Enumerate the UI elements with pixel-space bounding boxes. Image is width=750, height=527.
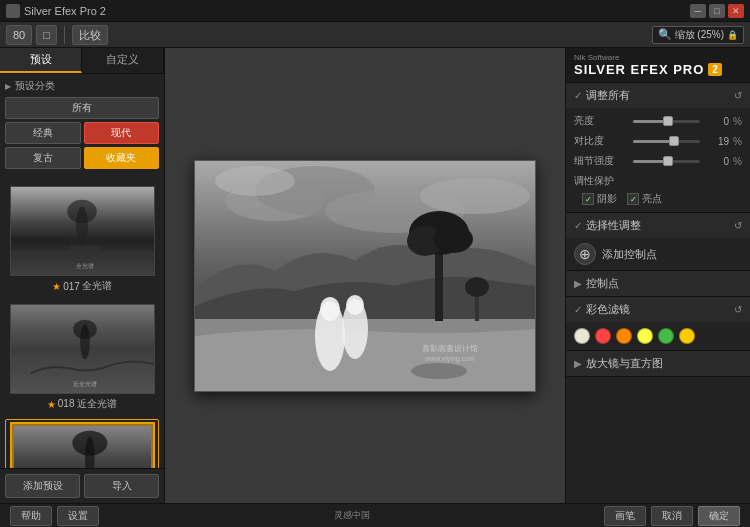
- category-modern[interactable]: 现代: [84, 122, 160, 144]
- nik-title: SILVER EFEX PRO: [574, 62, 704, 77]
- zoom-80-button[interactable]: 80: [6, 25, 32, 45]
- category-grid: 所有 经典 现代 复古 收藏夹: [5, 97, 159, 169]
- preset-item-017[interactable]: 全光谱 ★ 017 全光谱: [5, 183, 159, 296]
- highlight-check[interactable]: ✓ 亮点: [627, 192, 662, 206]
- section-header-color[interactable]: ✓ 彩色滤镜 ↺: [566, 297, 750, 322]
- section-header-global[interactable]: ✓ 调整所有 ↺: [566, 83, 750, 108]
- watermark-center: 灵感中国: [334, 509, 370, 522]
- chevron-down-icon-3: ✓: [574, 304, 582, 315]
- section-selective-adjust: ✓ 选择性调整 ↺ ⊕ 添加控制点: [566, 213, 750, 271]
- cancel-button[interactable]: 取消: [651, 506, 693, 526]
- zoom-square-button[interactable]: □: [36, 25, 57, 45]
- category-classic[interactable]: 经典: [5, 122, 81, 144]
- preset-label-018: ★ 018 近全光谱: [47, 397, 117, 411]
- brightness-value: 0: [704, 116, 729, 127]
- reset-icon[interactable]: ↺: [734, 90, 742, 101]
- slider-brightness: 亮度 0 %: [574, 114, 742, 128]
- import-button[interactable]: 导入: [84, 474, 159, 498]
- highlight-checkbox[interactable]: ✓: [627, 193, 639, 205]
- section-color-filter: ✓ 彩色滤镜 ↺: [566, 297, 750, 351]
- color-dot-yellow[interactable]: [637, 328, 653, 344]
- add-control-point-btn[interactable]: ⊕ 添加控制点: [566, 238, 750, 270]
- chevron-down-icon-2: ✓: [574, 220, 582, 231]
- tonal-protection-label: 调性保护: [574, 174, 614, 188]
- nik-version: 2: [708, 63, 722, 76]
- category-title: 预设分类: [5, 79, 159, 93]
- footer: 帮助 设置 灵感中国 画笔 取消 确定: [0, 503, 750, 527]
- category-section: 预设分类 所有 经典 现代 复古 收藏夹: [0, 74, 164, 178]
- svg-point-9: [73, 320, 97, 340]
- compare-button[interactable]: 比较: [72, 25, 108, 45]
- left-bottom-bar: 添加预设 导入: [0, 468, 164, 503]
- contrast-label: 对比度: [574, 134, 629, 148]
- tab-preset[interactable]: 预设: [0, 48, 82, 73]
- confirm-button[interactable]: 确定: [698, 506, 740, 526]
- brightness-label: 亮度: [574, 114, 629, 128]
- minimize-button[interactable]: ─: [690, 4, 706, 18]
- svg-point-22: [215, 166, 295, 196]
- maximize-button[interactable]: □: [709, 4, 725, 18]
- add-preset-button[interactable]: 添加预设: [5, 474, 80, 498]
- svg-point-33: [346, 295, 364, 315]
- detail-track[interactable]: [633, 160, 700, 163]
- section-header-loupe[interactable]: ▶ 放大镜与直方图: [566, 351, 750, 376]
- chevron-down-icon: ✓: [574, 90, 582, 101]
- tab-custom[interactable]: 自定义: [82, 48, 164, 73]
- preset-tabs: 预设 自定义: [0, 48, 164, 74]
- add-control-label: 添加控制点: [602, 247, 657, 262]
- preset-item-019[interactable]: 精细艺术处理 ★ 019 精细艺术处理: [5, 419, 159, 468]
- preset-thumb-018: 近全光谱: [10, 304, 155, 394]
- section-title-loupe: 放大镜与直方图: [586, 356, 742, 371]
- color-dot-gold[interactable]: [679, 328, 695, 344]
- contrast-track[interactable]: [633, 140, 700, 143]
- center-area: 喜影惠蕙设计馆 www.xiying.com 7.jpg 11.7 MP: [165, 48, 565, 503]
- preset-item-018[interactable]: 近全光谱 ★ 018 近全光谱: [5, 301, 159, 414]
- close-button[interactable]: ✕: [728, 4, 744, 18]
- help-button[interactable]: 帮助: [10, 506, 52, 526]
- reset-icon-3[interactable]: ↺: [734, 304, 742, 315]
- chevron-right-icon: ▶: [574, 278, 582, 289]
- nik-header: Nik Software SILVER EFEX PRO 2: [566, 48, 750, 83]
- shadow-checkbox[interactable]: ✓: [582, 193, 594, 205]
- svg-point-14: [72, 431, 107, 456]
- nik-brand: Nik Software: [574, 53, 722, 62]
- svg-rect-10: [11, 359, 154, 393]
- footer-right: 画笔 取消 确定: [604, 506, 740, 526]
- category-favorites[interactable]: 收藏夹: [84, 147, 160, 169]
- section-title-control: 控制点: [586, 276, 742, 291]
- pen-button[interactable]: 画笔: [604, 506, 646, 526]
- svg-rect-4: [11, 236, 70, 251]
- reset-icon-2[interactable]: ↺: [734, 220, 742, 231]
- preset-list: 全光谱 ★ 017 全光谱: [0, 178, 164, 468]
- color-dot-neutral[interactable]: [574, 328, 590, 344]
- main-photo-container: 喜影惠蕙设计馆 www.xiying.com: [194, 160, 536, 392]
- svg-text:近全光谱: 近全光谱: [72, 380, 96, 387]
- color-dot-green[interactable]: [658, 328, 674, 344]
- settings-button[interactable]: 设置: [57, 506, 99, 526]
- svg-point-2: [67, 200, 97, 223]
- svg-rect-5: [99, 241, 153, 251]
- window-controls: ─ □ ✕: [690, 4, 744, 18]
- color-dot-red[interactable]: [595, 328, 611, 344]
- category-all[interactable]: 所有: [5, 97, 159, 119]
- svg-point-31: [320, 297, 340, 321]
- preset-label-017: ★ 017 全光谱: [52, 279, 112, 293]
- section-header-selective[interactable]: ✓ 选择性调整 ↺: [566, 213, 750, 238]
- svg-point-27: [433, 225, 473, 253]
- title-bar-text: Silver Efex Pro 2: [24, 5, 690, 17]
- section-header-control[interactable]: ▶ 控制点: [566, 271, 750, 296]
- section-global-adjust: ✓ 调整所有 ↺ 亮度 0 % 对比度: [566, 83, 750, 213]
- svg-point-21: [420, 178, 530, 214]
- tonal-protection-row: 调性保护: [574, 174, 742, 188]
- color-dot-orange[interactable]: [616, 328, 632, 344]
- slider-detail: 细节强度 0 %: [574, 154, 742, 168]
- shadow-check[interactable]: ✓ 阴影: [582, 192, 617, 206]
- category-retro[interactable]: 复古: [5, 147, 81, 169]
- zoom-display: 🔍 缩放 (25%) 🔒: [652, 26, 744, 44]
- section-title-global: 调整所有: [586, 88, 730, 103]
- chevron-right-icon-2: ▶: [574, 358, 582, 369]
- svg-text:喜影惠蕙设计馆: 喜影惠蕙设计馆: [422, 344, 478, 353]
- footer-center: 灵感中国: [334, 509, 370, 522]
- app-icon: [6, 4, 20, 18]
- brightness-track[interactable]: [633, 120, 700, 123]
